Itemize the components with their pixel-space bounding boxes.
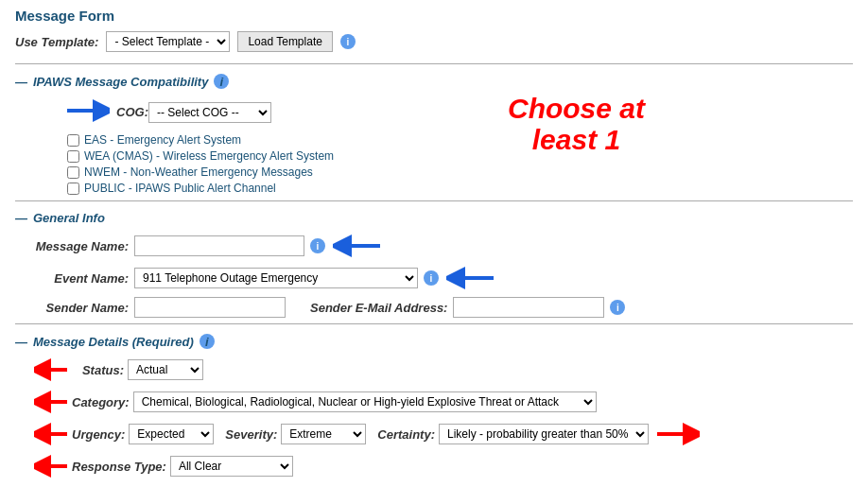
sender-email-label: Sender E-Mail Address: <box>310 301 447 315</box>
status-label: Status: <box>72 363 124 377</box>
response-type-label: Response Type: <box>72 460 166 474</box>
wea-checkbox[interactable] <box>67 150 79 163</box>
public-checkbox[interactable] <box>67 183 79 195</box>
sender-email-info-icon: i <box>610 300 625 315</box>
general-info-title: General Info <box>33 211 105 225</box>
cog-select[interactable]: -- Select COG -- <box>148 102 271 123</box>
divider-3 <box>15 323 853 324</box>
status-select[interactable]: Actual Exercise System Test Draft <box>128 359 203 380</box>
event-name-row: Event Name: 911 Telephone Outage Emergen… <box>34 265 853 291</box>
category-select[interactable]: Chemical, Biological, Radiological, Nucl… <box>133 391 597 412</box>
sender-name-input[interactable] <box>134 297 286 318</box>
urgency-label: Urgency: <box>72 427 125 442</box>
choose-at-least-label: Choose atleast 1 <box>508 93 645 155</box>
response-type-red-arrow-icon <box>34 453 72 479</box>
eas-label: EAS - Emergency Alert System <box>84 133 241 147</box>
ipaws-section: — IPAWS Message Compatibility i COG: - <box>15 74 853 195</box>
public-label: PUBLIC - IPAWS Public Alert Channel <box>84 182 276 195</box>
response-type-select[interactable]: All Clear Shelter Evacuate Prepare Execu… <box>170 456 293 477</box>
severity-select[interactable]: Extreme Severe Moderate Minor Unknown <box>281 424 366 444</box>
message-name-row: Message Name: i <box>34 233 853 259</box>
nwem-label: NWEM - Non-Weather Emergency Messages <box>84 165 313 179</box>
page-container: Message Form Use Template: - Select Temp… <box>0 0 868 487</box>
event-name-arrow-icon <box>446 265 498 291</box>
template-select[interactable]: - Select Template - <box>106 31 230 52</box>
message-name-info-icon: i <box>310 238 325 253</box>
urgency-row: Urgency: Expected Immediate Future Past … <box>34 421 853 447</box>
message-name-input[interactable] <box>134 235 304 256</box>
status-row: Status: Actual Exercise System Test Draf… <box>34 357 853 383</box>
message-details-header: — Message Details (Required) i <box>15 334 853 349</box>
certainty-label: Certainty: <box>377 427 435 442</box>
eas-checkbox-item: EAS - Emergency Alert System <box>67 133 853 147</box>
ipaws-info-icon: i <box>214 74 229 89</box>
urgency-select[interactable]: Expected Immediate Future Past Unknown <box>129 424 214 444</box>
page-title: Message Form <box>15 8 853 24</box>
certainty-select[interactable]: Likely - probability greater than 50% Ob… <box>439 424 649 444</box>
use-template-row: Use Template: - Select Template - Load T… <box>15 31 853 52</box>
ipaws-checkbox-list: EAS - Emergency Alert System WEA (CMAS) … <box>67 133 853 195</box>
general-info-dash: — <box>15 211 27 225</box>
status-red-arrow-icon <box>34 357 72 383</box>
cog-label: COG: <box>115 105 148 119</box>
message-details-section: — Message Details (Required) i Status: A… <box>15 334 853 479</box>
public-checkbox-item: PUBLIC - IPAWS Public Alert Channel <box>67 182 853 195</box>
message-details-info-icon: i <box>200 334 215 349</box>
nwem-checkbox-item: NWEM - Non-Weather Emergency Messages <box>67 165 853 179</box>
category-row: Category: Chemical, Biological, Radiolog… <box>34 389 853 415</box>
divider-2 <box>15 200 853 201</box>
cog-arrow-icon <box>62 96 110 125</box>
message-name-label: Message Name: <box>34 239 129 253</box>
category-red-arrow-icon <box>34 389 72 415</box>
event-name-info-icon: i <box>424 270 439 286</box>
general-info-header: — General Info <box>15 211 853 225</box>
general-info-section: — General Info Message Name: i Event Nam… <box>15 211 853 318</box>
wea-checkbox-item: WEA (CMAS) - Wireless Emergency Alert Sy… <box>67 149 853 163</box>
event-name-select[interactable]: 911 Telephone Outage Emergency <box>134 268 418 288</box>
wea-label: WEA (CMAS) - Wireless Emergency Alert Sy… <box>84 149 334 163</box>
load-template-button[interactable]: Load Template <box>237 31 333 52</box>
urgency-red-arrow-icon <box>34 421 72 447</box>
severity-label: Severity: <box>225 427 277 442</box>
message-name-arrow-icon <box>333 233 385 259</box>
sender-row: Sender Name: Sender E-Mail Address: i <box>34 297 853 318</box>
message-details-title: Message Details (Required) <box>33 335 194 349</box>
choose-at-least-text: Choose atleast 1 <box>508 93 645 155</box>
nwem-checkbox[interactable] <box>67 166 79 179</box>
response-type-row: Response Type: All Clear Shelter Evacuat… <box>34 453 853 479</box>
sender-email-input[interactable] <box>453 297 604 318</box>
ipaws-title: IPAWS Message Compatibility <box>33 75 208 89</box>
certainty-red-arrow-icon <box>652 421 700 447</box>
sender-name-label: Sender Name: <box>34 301 129 315</box>
divider-1 <box>15 63 853 64</box>
template-label: Use Template: <box>15 35 98 49</box>
ipaws-header: — IPAWS Message Compatibility i <box>15 74 853 89</box>
template-info-icon: i <box>340 34 356 49</box>
eas-checkbox[interactable] <box>67 134 79 147</box>
category-label: Category: <box>72 395 130 409</box>
ipaws-dash: — <box>15 75 27 89</box>
event-name-label: Event Name: <box>34 271 129 286</box>
message-details-dash: — <box>15 335 27 349</box>
